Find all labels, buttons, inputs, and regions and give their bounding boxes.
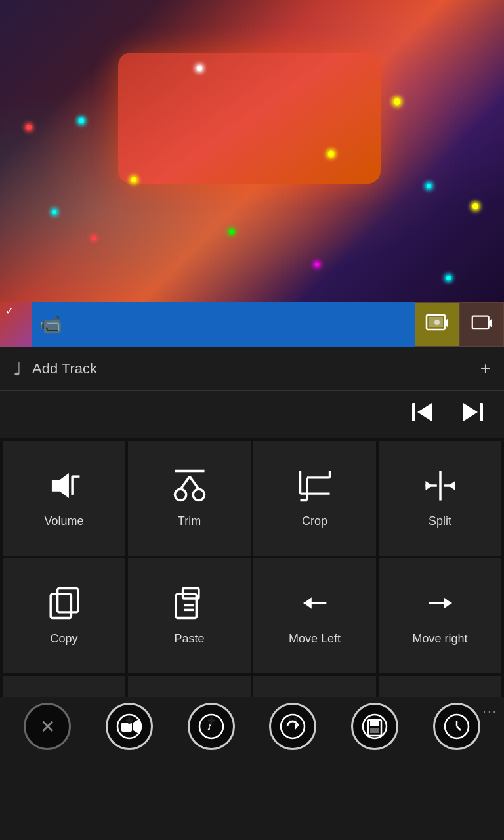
trim-button[interactable]: Trim [128,441,251,556]
actions-grid: Volume Trim Crop [0,438,504,676]
partial-actions-row [0,676,504,697]
svg-rect-49 [294,717,297,721]
partial-cell-3 [253,676,376,697]
timeline-thumbnails [415,302,504,346]
camera-icon: 📹 [39,314,62,335]
add-music-icon: ♪ [198,713,224,740]
svg-rect-38 [121,723,132,732]
svg-marker-5 [417,403,432,421]
cancel-icon: ✕ [40,716,55,738]
add-video-button[interactable] [106,703,153,750]
hero-image [0,0,504,302]
add-track-row: ♩ Add Track + [0,346,504,391]
svg-line-14 [190,476,199,489]
svg-rect-6 [480,403,483,421]
svg-marker-8 [51,473,68,498]
move-left-button[interactable]: Move Left [253,558,376,673]
move-left-label: Move Left [289,632,341,646]
cancel-button[interactable]: ✕ [24,703,71,750]
svg-marker-39 [133,719,140,734]
nav-row [0,391,504,438]
thumb-tile-2[interactable] [459,302,504,346]
volume-label: Volume [44,514,83,528]
crop-button[interactable]: Crop [253,441,376,556]
svg-rect-4 [412,403,415,421]
sync-icon [280,713,306,740]
timeline-track[interactable]: 📹 [32,302,415,346]
svg-marker-25 [425,481,432,490]
partial-cell-1 [3,676,125,697]
add-video-icon [116,713,142,740]
svg-point-2 [434,320,440,325]
paste-label: Paste [174,632,204,646]
split-label: Split [429,514,452,528]
svg-rect-53 [370,728,379,733]
trim-label: Trim [178,514,201,528]
history-icon [444,713,470,740]
svg-rect-3 [472,316,489,329]
skip-back-button[interactable] [411,400,434,429]
copy-button[interactable]: Copy [3,558,125,673]
add-track-button[interactable]: + [480,358,491,379]
svg-marker-34 [303,597,311,608]
svg-marker-26 [448,481,455,490]
thumb-tile-1[interactable] [415,302,459,346]
split-button[interactable]: Split [379,441,501,556]
save-button[interactable] [351,703,398,750]
partial-cell-4 [379,676,501,697]
sync-button[interactable] [269,703,316,750]
crop-label: Crop [302,514,327,528]
svg-rect-48 [289,717,291,721]
add-music-button[interactable]: ♪ [188,703,235,750]
more-options-indicator: ··· [482,704,497,719]
svg-rect-27 [57,588,77,612]
timeline-thumb[interactable] [0,302,32,346]
timeline-bar: 📹 [0,302,504,346]
bottom-toolbar: ··· ✕ ♪ [0,697,504,756]
volume-button[interactable]: Volume [3,441,125,556]
music-icon: ♩ [13,358,22,380]
svg-point-11 [175,489,186,500]
skip-forward-button[interactable] [461,400,484,429]
move-right-button[interactable]: Move right [379,558,501,673]
paste-button[interactable]: Paste [128,558,251,673]
svg-point-46 [281,715,304,738]
history-button[interactable] [433,703,480,750]
partial-cell-2 [128,676,251,697]
svg-line-13 [180,476,190,489]
svg-marker-7 [463,403,478,421]
svg-marker-36 [444,597,452,608]
svg-rect-52 [370,720,379,726]
svg-point-12 [193,489,204,500]
move-right-label: Move right [412,632,467,646]
svg-rect-28 [51,594,71,618]
copy-label: Copy [50,632,77,646]
svg-line-56 [457,726,461,730]
add-track-label: Add Track [32,360,480,377]
save-icon [362,713,388,740]
